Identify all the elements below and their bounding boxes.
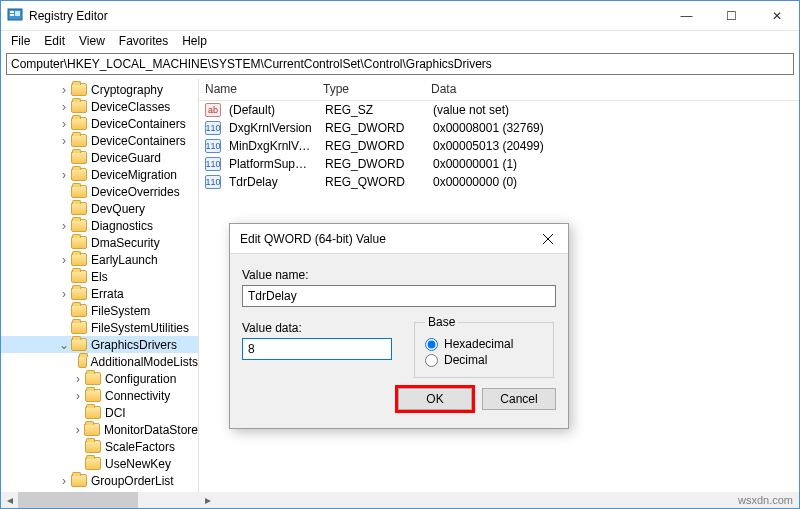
binary-value-icon: 110 xyxy=(205,157,221,171)
value-type: REG_DWORD xyxy=(319,121,427,135)
menu-view[interactable]: View xyxy=(73,32,111,50)
chevron-right-icon[interactable]: › xyxy=(71,424,84,436)
folder-icon xyxy=(84,423,99,436)
tree-item[interactable]: ›Configuration xyxy=(1,370,198,387)
chevron-right-icon[interactable]: › xyxy=(57,220,71,232)
value-name: DxgKrnlVersion xyxy=(223,121,319,135)
svg-rect-3 xyxy=(15,11,20,16)
folder-icon xyxy=(71,219,87,232)
tree-item[interactable]: ›MonitorDataStore xyxy=(1,421,198,438)
titlebar: Registry Editor — ☐ ✕ xyxy=(1,1,799,31)
value-row[interactable]: 110MinDxgKrnlVersi...REG_DWORD0x00005013… xyxy=(199,137,799,155)
tree-item[interactable]: ›DeviceMigration xyxy=(1,166,198,183)
chevron-down-icon[interactable]: ⌄ xyxy=(57,339,71,351)
tree-item[interactable]: ›DeviceContainers xyxy=(1,132,198,149)
tree-item[interactable]: ›Errata xyxy=(1,285,198,302)
window-title: Registry Editor xyxy=(29,9,108,23)
tree-item[interactable]: FileSystemUtilities xyxy=(1,319,198,336)
ok-button[interactable]: OK xyxy=(398,388,472,410)
tree-item[interactable]: ›DeviceContainers xyxy=(1,115,198,132)
chevron-right-icon[interactable]: › xyxy=(57,84,71,96)
tree-item[interactable]: ⌄GraphicsDrivers xyxy=(1,336,198,353)
chevron-right-icon[interactable]: › xyxy=(57,254,71,266)
value-row[interactable]: ab(Default)REG_SZ(value not set) xyxy=(199,101,799,119)
value-type: REG_SZ xyxy=(319,103,427,117)
tree-item[interactable]: DCI xyxy=(1,404,198,421)
cancel-button[interactable]: Cancel xyxy=(482,388,556,410)
value-type: REG_DWORD xyxy=(319,157,427,171)
chevron-right-icon[interactable]: › xyxy=(71,373,85,385)
tree-item[interactable]: FileSystem xyxy=(1,302,198,319)
tree-item-label: DeviceContainers xyxy=(91,117,186,131)
tree-item[interactable]: DeviceOverrides xyxy=(1,183,198,200)
menubar: File Edit View Favorites Help xyxy=(1,31,799,51)
chevron-right-icon[interactable]: › xyxy=(71,390,85,402)
tree-item-label: GraphicsDrivers xyxy=(91,338,177,352)
dialog-close-button[interactable] xyxy=(528,224,568,254)
menu-file[interactable]: File xyxy=(5,32,36,50)
tree-item-label: DeviceContainers xyxy=(91,134,186,148)
tree-item[interactable]: DeviceGuard xyxy=(1,149,198,166)
tree-item-label: AdditionalModeLists xyxy=(91,355,198,369)
minimize-button[interactable]: — xyxy=(664,1,709,30)
tree-item-label: DCI xyxy=(105,406,126,420)
menu-edit[interactable]: Edit xyxy=(38,32,71,50)
scroll-thumb[interactable] xyxy=(18,492,138,508)
tree-item[interactable]: DmaSecurity xyxy=(1,234,198,251)
tree-item-label: Els xyxy=(91,270,108,284)
col-data[interactable]: Data xyxy=(425,79,799,100)
radio-hex[interactable]: Hexadecimal xyxy=(425,337,543,351)
tree-item[interactable]: ›GroupOrderList xyxy=(1,472,198,489)
tree-item[interactable]: ›DeviceClasses xyxy=(1,98,198,115)
value-data-input[interactable] xyxy=(242,338,392,360)
value-name: MinDxgKrnlVersi... xyxy=(223,139,319,153)
tree-item-label: Connectivity xyxy=(105,389,170,403)
tree-item-label: EarlyLaunch xyxy=(91,253,158,267)
tree-item[interactable]: UseNewKey xyxy=(1,455,198,472)
value-row[interactable]: 110TdrDelayREG_QWORD0x00000000 (0) xyxy=(199,173,799,191)
chevron-right-icon[interactable]: › xyxy=(57,101,71,113)
tree-item[interactable]: DevQuery xyxy=(1,200,198,217)
tree-item[interactable]: ›EarlyLaunch xyxy=(1,251,198,268)
list-header[interactable]: Name Type Data xyxy=(199,79,799,101)
menu-help[interactable]: Help xyxy=(176,32,213,50)
horizontal-scrollbar[interactable]: ◂ ▸ xyxy=(1,492,799,508)
tree-item[interactable]: Els xyxy=(1,268,198,285)
folder-icon xyxy=(71,287,87,300)
chevron-right-icon[interactable]: › xyxy=(57,475,71,487)
radio-dec[interactable]: Decimal xyxy=(425,353,543,367)
folder-icon xyxy=(85,440,101,453)
value-row[interactable]: 110PlatformSuppor...REG_DWORD0x00000001 … xyxy=(199,155,799,173)
menu-favorites[interactable]: Favorites xyxy=(113,32,174,50)
folder-icon xyxy=(71,83,87,96)
tree-item-label: DevQuery xyxy=(91,202,145,216)
tree-item[interactable]: AdditionalModeLists xyxy=(1,353,198,370)
chevron-right-icon[interactable]: › xyxy=(57,118,71,130)
value-name-input[interactable] xyxy=(242,285,556,307)
col-name[interactable]: Name xyxy=(199,79,317,100)
value-row[interactable]: 110DxgKrnlVersionREG_DWORD0x00008001 (32… xyxy=(199,119,799,137)
chevron-right-icon[interactable]: › xyxy=(57,288,71,300)
chevron-right-icon[interactable]: › xyxy=(57,169,71,181)
chevron-right-icon[interactable]: › xyxy=(57,135,71,147)
maximize-button[interactable]: ☐ xyxy=(709,1,754,30)
string-value-icon: ab xyxy=(205,103,221,117)
tree-pane[interactable]: ›Cryptography›DeviceClasses›DeviceContai… xyxy=(1,79,199,492)
value-data-label: Value data: xyxy=(242,321,392,335)
folder-icon xyxy=(71,151,87,164)
tree-item[interactable]: ›Diagnostics xyxy=(1,217,198,234)
col-type[interactable]: Type xyxy=(317,79,425,100)
scroll-right-button[interactable]: ▸ xyxy=(199,492,216,508)
binary-value-icon: 110 xyxy=(205,139,221,153)
tree-item[interactable]: ›Cryptography xyxy=(1,81,198,98)
close-button[interactable]: ✕ xyxy=(754,1,799,30)
folder-icon xyxy=(71,270,87,283)
address-bar[interactable]: Computer\HKEY_LOCAL_MACHINE\SYSTEM\Curre… xyxy=(6,53,794,75)
tree-item[interactable]: ScaleFactors xyxy=(1,438,198,455)
tree-item-label: DeviceClasses xyxy=(91,100,170,114)
scroll-left-button[interactable]: ◂ xyxy=(1,492,18,508)
tree-item[interactable]: ›Connectivity xyxy=(1,387,198,404)
folder-icon xyxy=(85,457,101,470)
folder-icon xyxy=(71,236,87,249)
folder-icon xyxy=(71,338,87,351)
